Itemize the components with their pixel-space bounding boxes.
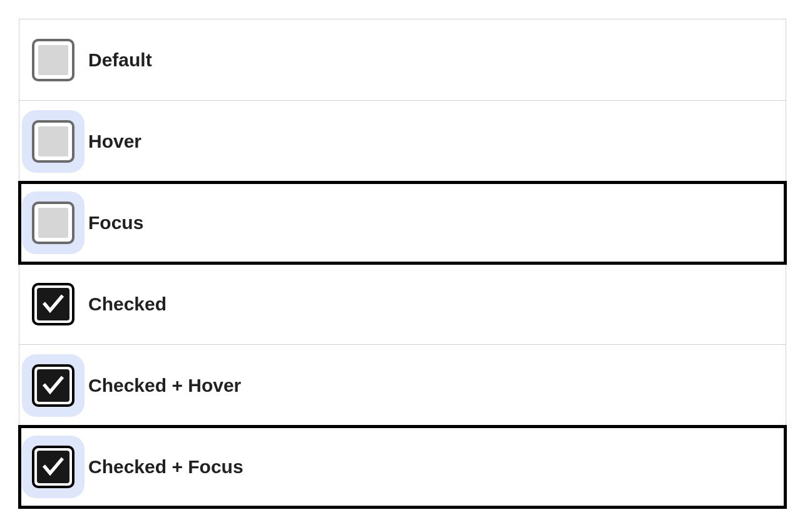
checkmark-icon <box>41 373 66 398</box>
checkbox-inner-icon <box>38 126 68 156</box>
checkbox-checked-focus[interactable] <box>32 446 74 488</box>
checkbox-wrapper <box>32 39 74 81</box>
checkbox-inner-icon <box>38 45 68 75</box>
checkbox-checked[interactable] <box>32 283 74 325</box>
state-label: Default <box>88 49 152 71</box>
state-row-hover: Hover <box>19 101 786 182</box>
checkbox-hover[interactable] <box>32 120 74 163</box>
checkbox-wrapper <box>32 120 74 163</box>
checkbox-fill <box>37 288 69 320</box>
state-row-checked-hover: Checked + Hover <box>19 345 786 426</box>
state-label: Checked + Focus <box>88 456 244 478</box>
checkbox-focus[interactable] <box>32 202 74 244</box>
checkbox-wrapper <box>32 364 74 407</box>
state-row-checked-focus: Checked + Focus <box>19 426 786 508</box>
checkbox-wrapper <box>32 446 74 488</box>
state-row-default: Default <box>19 19 786 101</box>
checkmark-icon <box>41 292 66 317</box>
state-label: Hover <box>88 131 141 152</box>
checkbox-fill <box>37 369 69 402</box>
state-row-focus: Focus <box>19 182 786 263</box>
checkbox-wrapper <box>32 283 74 325</box>
checkmark-icon <box>41 454 66 479</box>
state-label: Checked <box>88 294 167 315</box>
checkbox-inner-icon <box>38 208 68 238</box>
state-label: Focus <box>88 212 143 233</box>
checkbox-wrapper <box>32 202 74 244</box>
checkbox-states-table: Default Hover Focus <box>19 19 786 508</box>
checkbox-fill <box>37 451 69 483</box>
state-label: Checked + Hover <box>88 375 241 396</box>
checkbox-default[interactable] <box>32 39 74 81</box>
state-row-checked: Checked <box>19 263 786 345</box>
checkbox-checked-hover[interactable] <box>32 364 74 407</box>
